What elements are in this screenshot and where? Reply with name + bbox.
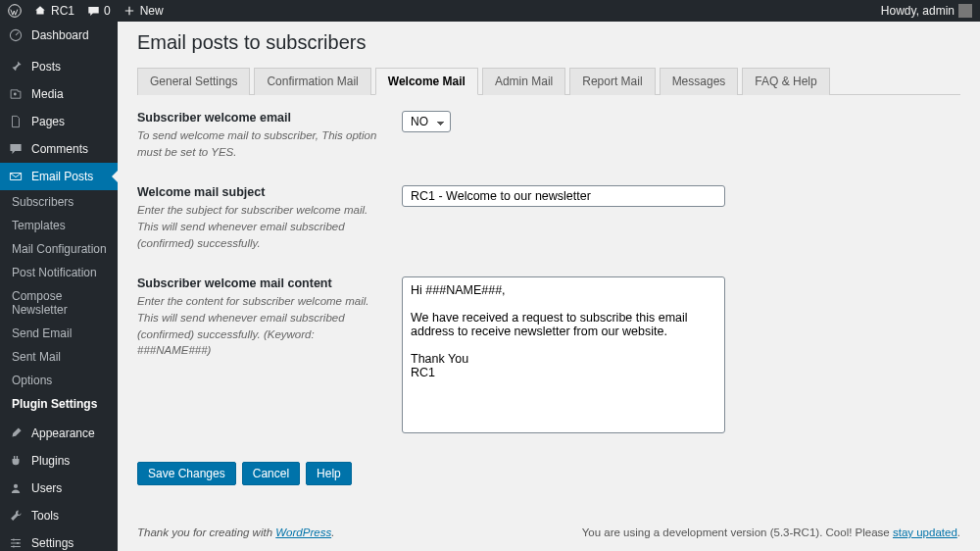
pin-icon [8,59,24,75]
footer-version: You are using a development version (5.3… [582,526,960,538]
svg-point-2 [14,93,17,96]
admin-bar: RC1 0 New Howdy, admin [0,0,980,22]
new-content[interactable]: New [122,4,164,18]
sidebar-item-tools[interactable]: Tools [0,502,118,529]
sidebar-item-label: Dashboard [31,28,89,42]
tab-confirmation[interactable]: Confirmation Mail [254,68,370,95]
sidebar-sub-mailconfig[interactable]: Mail Configuration [0,237,118,261]
tab-faq[interactable]: FAQ & Help [742,68,829,95]
site-name[interactable]: RC1 [33,4,74,18]
sidebar-item-label: Posts [31,60,61,74]
dashboard-icon [8,27,24,43]
sidebar-item-dashboard[interactable]: Dashboard [0,22,118,49]
tab-report[interactable]: Report Mail [569,68,655,95]
user-greeting-label: Howdy, admin [881,4,955,18]
sidebar-item-users[interactable]: Users [0,475,118,502]
stay-updated-link[interactable]: stay updated [893,526,957,538]
subject-input[interactable] [402,185,725,207]
content-help: Enter the content for subscriber welcome… [137,293,386,359]
tabs: General Settings Confirmation Mail Welco… [137,68,960,95]
sidebar-item-comments[interactable]: Comments [0,135,118,163]
wrench-icon [8,508,24,524]
sidebar-item-label: Settings [31,536,74,550]
sidebar-item-label: Appearance [31,426,95,440]
svg-point-6 [13,545,15,547]
sidebar-sub-subscribers[interactable]: Subscribers [0,190,118,214]
welcome-enable-select[interactable]: NO [402,111,451,132]
help-button[interactable]: Help [306,462,352,485]
sidebar-item-label: Plugins [31,454,70,468]
footer-thanks: Thank you for creating with WordPress. [137,526,334,538]
page-title: Email posts to subscribers [137,31,960,54]
svg-point-0 [9,5,22,18]
subject-label: Welcome mail subject [137,185,386,199]
sidebar-item-appearance[interactable]: Appearance [0,420,118,447]
sidebar-item-label: Comments [31,142,88,156]
sidebar-item-label: Pages [31,115,65,128]
comment-icon [8,141,24,157]
media-icon [8,86,24,102]
plus-icon [122,4,136,18]
svg-point-5 [17,542,19,544]
sidebar-item-settings[interactable]: Settings [0,529,118,551]
user-greeting[interactable]: Howdy, admin [881,4,972,18]
sidebar-sub-compose[interactable]: Compose Newsletter [0,284,118,322]
sidebar-sub-templates[interactable]: Templates [0,214,118,237]
tab-admin[interactable]: Admin Mail [482,68,565,95]
save-button[interactable]: Save Changes [137,462,236,485]
sidebar-sub-postnotif[interactable]: Post Notification [0,261,118,284]
sidebar-item-label: Tools [31,509,59,523]
avatar [958,4,972,18]
svg-point-3 [14,484,18,488]
content-label: Subscriber welcome mail content [137,276,386,290]
cancel-button[interactable]: Cancel [242,462,300,485]
new-content-label: New [140,4,164,18]
footer: Thank you for creating with WordPress. Y… [137,515,960,548]
user-icon [8,480,24,496]
tab-messages[interactable]: Messages [660,68,739,95]
sidebar-item-label: Users [31,481,62,495]
brush-icon [8,426,24,441]
comment-icon [86,4,100,18]
site-name-label: RC1 [51,4,74,18]
sidebar-item-media[interactable]: Media [0,80,118,108]
wordpress-link[interactable]: WordPress [275,526,331,538]
sliders-icon [8,535,24,551]
tab-welcome[interactable]: Welcome Mail [375,68,478,95]
sidebar-item-label: Media [31,87,64,101]
tab-general[interactable]: General Settings [137,68,250,95]
sidebar-item-posts[interactable]: Posts [0,53,118,80]
sidebar-item-label: Email Posts [31,170,93,183]
plug-icon [8,453,24,469]
sidebar-sub-sentmail[interactable]: Sent Mail [0,345,118,369]
wordpress-icon [8,4,22,18]
welcome-enable-label: Subscriber welcome email [137,111,386,125]
home-icon [33,4,47,18]
sidebar-sub-pluginsettings[interactable]: Plugin Settings [0,392,118,416]
sidebar-sub-sendemail[interactable]: Send Email [0,322,118,345]
svg-point-4 [13,538,15,540]
comments-count[interactable]: 0 [86,4,111,18]
admin-sidebar: Dashboard Posts Media Pages Comments Ema… [0,22,118,551]
comments-count-label: 0 [104,4,111,18]
sidebar-item-emailposts[interactable]: Email Posts [0,163,118,190]
wp-logo[interactable] [8,4,22,18]
envelope-icon [8,169,24,184]
page-icon [8,114,24,129]
sidebar-sub-options[interactable]: Options [0,369,118,392]
sidebar-item-plugins[interactable]: Plugins [0,447,118,475]
main-content: Email posts to subscribers General Setti… [118,22,980,551]
subject-help: Enter the subject for subscriber welcome… [137,202,386,251]
welcome-enable-help: To send welcome mail to subscriber, This… [137,127,386,160]
sidebar-item-pages[interactable]: Pages [0,108,118,135]
content-textarea[interactable]: Hi ###NAME###, We have received a reques… [402,276,725,433]
